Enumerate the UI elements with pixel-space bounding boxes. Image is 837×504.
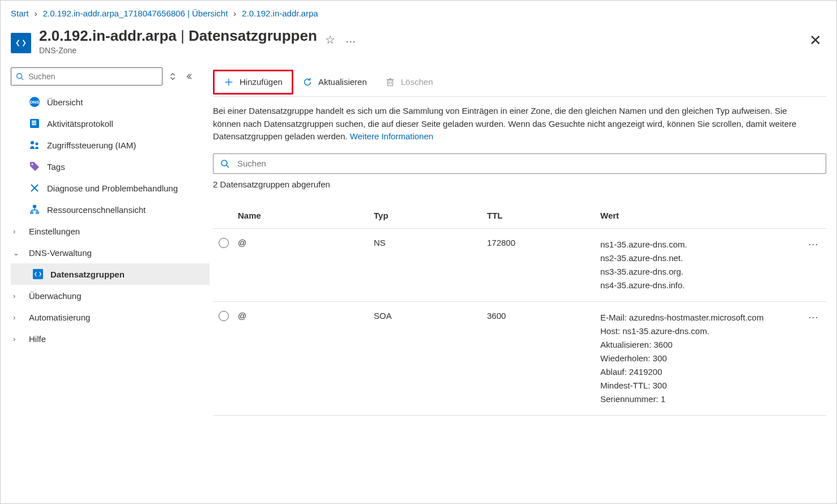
sidebar-item-iam[interactable]: Zugriffssteuerung (IAM) [11, 134, 210, 156]
chevron-right-icon: › [13, 227, 22, 236]
col-name[interactable]: Name [233, 203, 369, 229]
cell-ttl: 172800 [482, 228, 596, 301]
row-more-icon[interactable]: ⋯ [808, 238, 818, 250]
sidebar-item-help[interactable]: › Hilfe [11, 328, 210, 349]
table-row[interactable]: @NS172800ns1-35.azure-dns.com.ns2-35.azu… [213, 228, 826, 301]
people-icon [29, 139, 40, 151]
cell-name: @ [233, 301, 369, 415]
row-more-icon[interactable]: ⋯ [808, 311, 818, 323]
chevron-right-icon: › [13, 313, 22, 322]
chevron-right-icon: › [13, 335, 22, 343]
sidebar-item-tags[interactable]: Tags [11, 156, 210, 177]
sidebar-item-settings[interactable]: › Einstellungen [11, 220, 210, 242]
intro-text: Bei einer Datensatzgruppe handelt es sic… [213, 97, 813, 143]
sidebar-item-diagnose[interactable]: Diagnose und Problembehandlung [11, 177, 210, 199]
svg-rect-8 [30, 211, 33, 214]
chevron-down-icon: ⌄ [13, 249, 22, 257]
hierarchy-icon [29, 204, 40, 215]
chevron-right-icon: › [13, 292, 22, 300]
toolbar: Hinzufügen Aktualisieren Löschen [213, 67, 826, 97]
more-icon[interactable]: ⋯ [345, 35, 356, 48]
svg-point-4 [32, 164, 33, 165]
favorite-icon[interactable]: ☆ [325, 33, 335, 46]
tag-icon [29, 161, 40, 172]
dns-zone-icon [11, 33, 31, 53]
collapse-sidebar-icon[interactable] [183, 71, 194, 82]
row-checkbox[interactable] [219, 238, 229, 248]
close-icon[interactable]: ✕ [809, 32, 822, 49]
log-icon [29, 118, 40, 129]
cell-name: @ [233, 228, 369, 301]
result-count: 2 Datensatzgruppen abgerufen [213, 180, 826, 189]
svg-rect-7 [33, 205, 36, 208]
tools-icon [29, 182, 40, 194]
refresh-button[interactable]: Aktualisieren [293, 70, 376, 95]
row-checkbox[interactable] [219, 311, 229, 321]
cell-value: E-Mail: azuredns-hostmaster.microsoft.co… [596, 301, 804, 415]
chevron-right-icon: › [35, 8, 37, 18]
col-value[interactable]: Wert [596, 203, 804, 229]
sidebar-search-input[interactable] [28, 72, 157, 81]
page-title: 2.0.192.in-addr.arpa | Datensatzgruppen [39, 27, 317, 45]
breadcrumb-start[interactable]: Start [11, 8, 29, 18]
chevron-right-icon: › [233, 8, 236, 18]
breadcrumb-zone[interactable]: 2.0.192.in-addr.arpa [242, 8, 318, 18]
svg-point-2 [31, 141, 34, 144]
col-type[interactable]: Typ [369, 203, 482, 229]
delete-button: Löschen [376, 70, 442, 95]
col-ttl[interactable]: TTL [482, 203, 596, 229]
breadcrumb-overview[interactable]: 2.0.192.in-addr.arpa_1718047656806 | Übe… [43, 8, 228, 18]
table-search[interactable] [213, 153, 826, 174]
svg-line-23 [227, 165, 229, 168]
svg-point-22 [221, 160, 227, 166]
sidebar-item-monitoring[interactable]: › Überwachung [11, 285, 210, 306]
page-subtitle: DNS-Zone [39, 46, 317, 55]
cell-ttl: 3600 [482, 301, 596, 415]
add-button[interactable]: Hinzufügen [213, 70, 293, 95]
svg-rect-14 [33, 269, 43, 279]
expand-updown-icon[interactable] [167, 71, 178, 82]
content: Hinzufügen Aktualisieren Löschen Bei ein… [213, 67, 836, 416]
sidebar-item-resourcevis[interactable]: Ressourcenschnellansicht [11, 199, 210, 220]
page-header: 2.0.192.in-addr.arpa | Datensatzgruppen … [1, 23, 836, 55]
svg-line-1 [22, 78, 24, 80]
more-info-link[interactable]: Weitere Informationen [350, 131, 433, 141]
table-search-input[interactable] [237, 159, 819, 168]
cell-type: SOA [369, 301, 482, 415]
dns-zone-icon [32, 268, 44, 280]
cell-value: ns1-35.azure-dns.com.ns2-35.azure-dns.ne… [596, 228, 804, 301]
svg-point-0 [17, 74, 22, 79]
sidebar-item-recordsets[interactable]: Datensatzgruppen [11, 263, 210, 285]
sidebar-item-automation[interactable]: › Automatisierung [11, 306, 210, 328]
svg-point-3 [36, 143, 39, 146]
sidebar-item-overview[interactable]: DNS Übersicht [11, 91, 210, 113]
sidebar-search[interactable] [11, 67, 163, 86]
sidebar-item-activity[interactable]: Aktivitätsprotokoll [11, 113, 210, 134]
breadcrumb: Start › 2.0.192.in-addr.arpa_17180476568… [1, 1, 836, 23]
svg-rect-9 [36, 211, 39, 214]
cell-type: NS [369, 228, 482, 301]
svg-rect-17 [387, 80, 392, 86]
sidebar: DNS Übersicht Aktivitätsprotokoll Zugrif… [1, 67, 213, 416]
dns-icon: DNS [29, 96, 40, 108]
recordset-table: Name Typ TTL Wert @NS172800ns1-35.azure-… [213, 203, 826, 416]
table-row[interactable]: @SOA3600E-Mail: azuredns-hostmaster.micr… [213, 301, 826, 415]
sidebar-item-dnsmgmt[interactable]: ⌄ DNS-Verwaltung [11, 242, 210, 263]
